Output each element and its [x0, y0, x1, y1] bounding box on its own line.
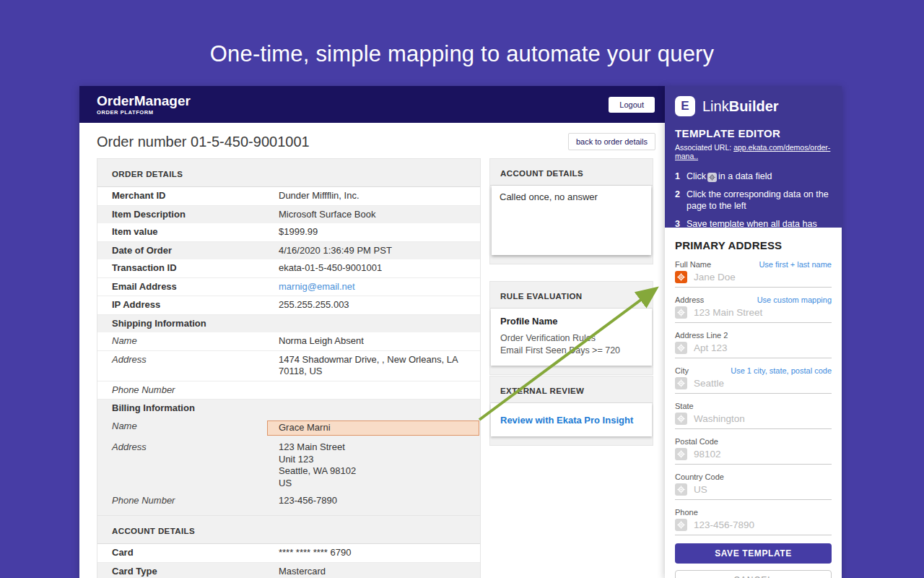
external-review-card: EXTERNAL REVIEW Review with Ekata Pro In… [489, 376, 653, 446]
crosshair-target-icon[interactable] [675, 271, 687, 283]
field-address: AddressUse custom mapping 123 Main Stree… [675, 296, 832, 323]
step-text-post: in a data field [718, 171, 772, 181]
use-first-last-name-link[interactable]: Use first + last name [759, 260, 832, 269]
brand-subtitle: ORDER PLATFORM [97, 109, 191, 116]
mapped-billing-name-highlight[interactable]: Grace Marni [267, 420, 479, 436]
row-value: 1474 Shadowmar Drive, , New Orleans, LA … [279, 354, 466, 378]
review-ekata-pro-insight-link[interactable]: Review with Ekata Pro Insight [500, 415, 633, 426]
row-value: 255.255.255.003 [279, 299, 466, 311]
field-label: Address Line 2 [675, 331, 728, 340]
table-row: Item value $1999.99 [97, 223, 480, 242]
field-value[interactable]: Seattle [694, 378, 724, 389]
email-link[interactable]: marnig@email.net [279, 281, 466, 293]
crosshair-target-icon[interactable] [675, 483, 687, 496]
crosshair-target-icon[interactable] [675, 413, 687, 425]
headline: One-time, simple mapping to automate you… [0, 41, 924, 67]
logout-button[interactable]: Logout [609, 97, 655, 113]
table-row: Transaction ID ekata-01-5-450-9001001 [97, 259, 480, 278]
page-title: Order number 01-5-450-9001001 [97, 134, 310, 150]
section-subheader: Shipping Information [97, 315, 480, 333]
card-header: ORDER DETAILS [97, 159, 480, 187]
use-custom-mapping-link[interactable]: Use custom mapping [757, 296, 832, 304]
template-editor-title: TEMPLATE EDITOR [675, 127, 832, 139]
field-value[interactable]: US [694, 484, 707, 495]
row-value: 123 Main Street Unit 123 Seattle, WA 981… [279, 441, 466, 489]
rule-evaluation-card: RULE EVALUATION Profile Name Order Verif… [489, 281, 653, 375]
row-value [279, 384, 466, 397]
row-label: Merchant ID [112, 190, 279, 202]
row-label: Name [112, 335, 279, 348]
field-postal-code: Postal Code 98102 [675, 437, 832, 465]
card-header: ACCOUNT DETAILS [97, 516, 480, 544]
table-row: Email Address marnig@email.net [97, 278, 480, 297]
crosshair-target-icon[interactable] [675, 306, 687, 319]
field-value[interactable]: 123-456-7890 [694, 519, 754, 530]
row-label: Item Description [112, 209, 279, 221]
step-text: Clickin a data field [687, 171, 772, 182]
primary-address-form: PRIMARY ADDRESS Full NameUse first + las… [665, 228, 842, 578]
row-value: Grace Marni [279, 420, 479, 436]
step-text: Click the corresponding data on the page… [687, 189, 832, 212]
crosshair-target-icon[interactable] [675, 448, 687, 460]
field-value[interactable]: Apt 123 [694, 342, 728, 353]
table-row: Card **** **** **** 6790 [97, 544, 480, 563]
table-row: Merchant ID Dunder Miffflin, Inc. [97, 187, 480, 206]
ekata-logo-icon: E [675, 96, 695, 116]
field-state: State Washington [675, 402, 832, 429]
field-label: Full Name [675, 260, 711, 269]
row-value: ekata-01-5-450-9001001 [279, 262, 466, 275]
field-value[interactable]: 123 Main Street [694, 307, 762, 318]
field-label: Postal Code [675, 437, 718, 446]
crosshair-target-icon[interactable] [675, 519, 687, 531]
step-text-pre: Click [687, 171, 706, 181]
field-full-name: Full NameUse first + last name Jane Doe [675, 260, 832, 288]
row-value: 4/16/2020 1:36:49 PM PST [279, 245, 466, 257]
table-row: Address 1474 Shadowmar Drive, , New Orle… [97, 351, 480, 381]
associated-url-label: Associated URL: [675, 143, 731, 152]
save-template-button[interactable]: SAVE TEMPLATE [675, 543, 832, 564]
crosshair-target-icon[interactable] [675, 377, 687, 389]
row-value: $1999.99 [279, 226, 466, 238]
brand: OrderManager ORDER PLATFORM [97, 94, 191, 116]
row-value: Mastercard [279, 566, 466, 578]
account-details-card: ACCOUNT DETAILS Card **** **** **** 6790… [97, 515, 481, 578]
row-value: 123-456-7890 [279, 495, 466, 507]
table-row: Item Description Microsoft Surface Book [97, 206, 480, 224]
account-notes-field[interactable]: Called once, no answer [492, 186, 651, 255]
field-value[interactable]: Washington [694, 413, 745, 424]
instruction-step: 2 Click the corresponding data on the pa… [675, 189, 832, 212]
rule-line: Email First Seen Days >= 720 [500, 345, 642, 357]
brand-title: OrderManager [97, 94, 191, 108]
row-value: Dunder Miffflin, Inc. [279, 190, 466, 202]
back-to-order-details-button[interactable]: back to order details [568, 133, 655, 150]
field-value[interactable]: Jane Doe [694, 272, 736, 282]
card-header: RULE EVALUATION [490, 282, 653, 309]
row-value: Microsoft Surface Book [279, 209, 466, 221]
field-label: Phone [675, 508, 698, 517]
cancel-button[interactable]: CANCEL [675, 570, 832, 578]
card-header: ACCOUNT DETAILS [490, 159, 653, 186]
table-row: IP Address 255.255.255.003 [97, 296, 480, 315]
table-row: Name Norma Leigh Absent [97, 332, 480, 351]
associated-url-line: Associated URL: app.ekata.com/demos/orde… [675, 143, 832, 160]
field-label: State [675, 402, 694, 410]
field-label: Country Code [675, 473, 724, 481]
field-value[interactable]: 98102 [694, 449, 721, 460]
panel-brand: LinkBuilder [702, 98, 779, 115]
field-phone: Phone 123-456-7890 [675, 508, 832, 535]
use-city-state-postal-link[interactable]: Use 1 city, state, postal code [731, 366, 832, 375]
table-row: Name Grace Marni [97, 418, 480, 439]
brand-bold: Builder [729, 98, 779, 114]
field-address-line-2: Address Line 2 Apt 123 [675, 331, 832, 358]
instruction-step: 1 Clickin a data field [675, 171, 832, 182]
screenshot-stage: One-time, simple mapping to automate you… [0, 0, 924, 578]
row-label: Address [112, 441, 279, 489]
crosshair-target-icon[interactable] [675, 342, 687, 354]
row-label: Card [112, 547, 279, 559]
row-label: IP Address [112, 299, 279, 311]
form-title: PRIMARY ADDRESS [675, 239, 832, 251]
section-subheader: Billing Information [97, 400, 480, 418]
row-label: Name [112, 420, 279, 436]
order-details-card: ORDER DETAILS Merchant ID Dunder Mifffli… [97, 158, 481, 517]
card-header: EXTERNAL REVIEW [490, 376, 653, 403]
